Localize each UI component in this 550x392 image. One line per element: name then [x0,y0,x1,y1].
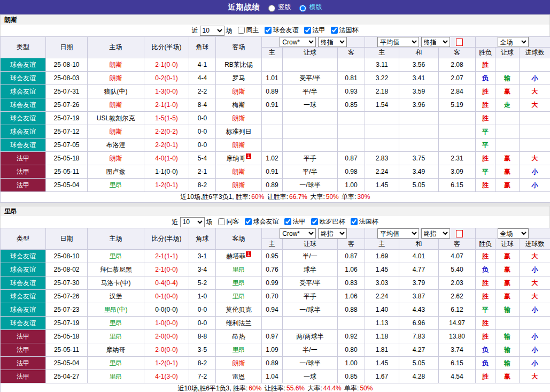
col-goals-result: 进球数 [520,239,550,250]
red-highlight-box [456,230,463,237]
filter-checkbox-法国杯[interactable]: 法国杯 [331,26,359,35]
corner-score: 7-2 [189,370,216,383]
red-highlight-box [456,39,463,46]
checkbox[interactable] [331,27,338,34]
odds-handicap: 一/球半 [283,179,338,192]
checkbox[interactable] [218,218,225,225]
match-type: 球会友谊 [1,263,46,276]
col-handicap-result: 让球 [495,48,520,58]
col-avg-home: 主 [365,239,399,250]
odds-handicap: 受平/半 [283,276,338,290]
match-type: 球会友谊 [1,290,46,303]
vertical-layout-radio[interactable] [268,5,275,12]
avg-home: 2.24 [365,165,399,179]
layout-option-vertical[interactable]: 竖版 [266,3,291,12]
odds-home: 1.09 [262,343,283,357]
checkbox[interactable] [284,218,291,225]
avg-home: 2.83 [365,152,399,165]
scope-select[interactable]: 全场 [498,228,529,239]
match-count-select[interactable]: 10 [200,26,224,36]
corner-score: 5-4 [189,152,216,165]
avg-source-select[interactable]: 平均值 [377,37,419,47]
handicap-result [495,139,520,152]
avg-home: 2.24 [365,290,399,303]
odds-handicap: 一球 [283,370,338,383]
checkbox[interactable] [265,27,272,34]
match-score: 0-4(0-4) [144,276,189,290]
checkbox[interactable] [245,218,252,225]
odds-source-select[interactable]: Crow* [280,228,316,239]
avg-group-header: 平均值 终指 [365,37,476,48]
avg-home: 1.67 [365,370,399,383]
avg-draw: 6.96 [399,317,439,330]
layout-option-horizontal[interactable]: 横版 [297,3,322,12]
avg-draw: 3.96 [399,98,439,112]
corner-score: 1-0 [189,290,216,303]
handicap-result: 输 [495,330,520,343]
match-score: 0-2(0-1) [144,72,189,85]
filter-checkbox-欧罗巴杯[interactable]: 欧罗巴杯 [311,217,345,226]
odds-handicap: 半/一 [283,250,338,263]
checkbox[interactable] [238,27,245,34]
corner-score: 0-0 [189,139,216,152]
odds-home: 0.94 [262,303,283,317]
handicap-result [495,317,520,330]
handicap-result: 赢 [495,263,520,276]
checkbox[interactable] [351,218,358,225]
col-date: 日期 [46,228,88,250]
filter-checkbox-球会友谊[interactable]: 球会友谊 [265,26,299,35]
home-team: 里昂 [88,179,144,192]
filter-checkbox-法甲[interactable]: 法甲 [284,217,306,226]
match-row: 球会友谊25-07-26朗斯2-1(1-0)8-4梅斯0.91一球0.851.5… [1,98,550,112]
team-section-lyon: 里昂 近 10 场 同客球会友谊法甲欧罗巴杯法国杯 类型 日期 主场 比分(半场… [0,206,550,392]
checkbox-label: 欧罗巴杯 [320,217,345,226]
home-team: 汉堡 [88,290,144,303]
match-score: 2-0(0-0) [144,343,189,357]
odds-away: 1.00 [338,179,365,192]
match-type: 球会友谊 [1,250,46,263]
match-row: 球会友谊25-07-30马洛卡(中)0-4(0-4)5-2里昂0.99受平/半0… [1,276,550,290]
away-team: 里昂 [216,276,262,290]
col-home: 主场 [88,37,144,58]
avg-home: 1.13 [365,317,399,330]
odds-away: 0.83 [338,276,365,290]
odds-handicap [283,139,338,152]
goals-result: 小 [520,357,550,370]
away-team: 梅斯 [216,98,262,112]
odds-home: 0.97 [262,330,283,343]
avg-kind-select[interactable]: 终指 [421,37,450,47]
goals-result: 大 [520,276,550,290]
checkbox[interactable] [311,218,318,225]
match-row: 球会友谊25-07-23里昂(中)0-0(0-0)0-0莫伦贝克0.94一/球半… [1,303,550,317]
odds-source-select[interactable]: Crow* [280,37,316,47]
odds-away: 0.81 [338,72,365,85]
avg-away: 2.03 [439,276,476,290]
col-avg-away: 客 [439,239,476,250]
result: 负 [476,263,495,276]
match-score: 1-2(0-1) [144,357,189,370]
avg-draw: 3.59 [399,85,439,98]
checkbox[interactable] [304,27,311,34]
horizontal-layout-radio[interactable] [299,5,306,12]
result: 负 [476,72,495,85]
avg-draw [399,125,439,139]
odds-kind-select[interactable]: 终指 [318,228,347,239]
filter-checkbox-球会友谊[interactable]: 球会友谊 [245,217,279,226]
filter-checkbox-法国杯[interactable]: 法国杯 [351,217,378,226]
filter-row: 近 10 场 同主球会友谊法甲法国杯 [0,25,550,36]
match-row: 球会友谊25-08-02拜仁慕尼黑2-1(0-0)3-4里昂0.76球半1.06… [1,263,550,276]
avg-source-select[interactable]: 平均值 [377,228,419,239]
goals-result: 小 [520,72,550,85]
odds-handicap [283,58,338,72]
filter-checkbox-法甲[interactable]: 法甲 [304,26,326,35]
filter-checkbox-同客[interactable]: 同客 [218,217,239,226]
match-count-select[interactable]: 10 [180,217,205,227]
match-date: 25-07-12 [46,125,88,139]
avg-away: 2.84 [439,85,476,98]
filter-checkbox-同主[interactable]: 同主 [238,26,259,35]
odds-handicap: 平手 [283,290,338,303]
filter-checkboxes: 同客球会友谊法甲欧罗巴杯法国杯 [213,217,378,227]
scope-select[interactable]: 全场 [498,37,529,47]
avg-kind-select[interactable]: 终指 [421,228,450,239]
odds-kind-select[interactable]: 终指 [318,37,347,47]
